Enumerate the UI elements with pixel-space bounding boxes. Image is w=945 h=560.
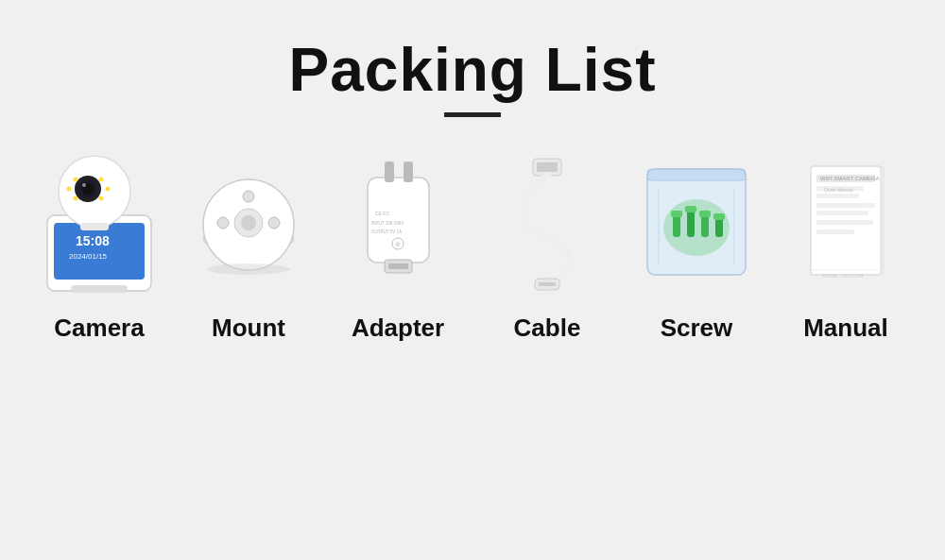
svg-rect-36 bbox=[537, 162, 558, 172]
mount-svg bbox=[199, 168, 299, 277]
title-underline bbox=[444, 112, 501, 117]
svg-rect-57 bbox=[816, 220, 873, 225]
svg-point-15 bbox=[99, 196, 104, 201]
svg-rect-48 bbox=[713, 213, 725, 220]
svg-text:OUTPUT 5V 1A: OUTPUT 5V 1A bbox=[371, 229, 402, 234]
svg-text:2024/01/15: 2024/01/15 bbox=[69, 252, 108, 261]
item-screw: Screw bbox=[627, 147, 766, 343]
svg-rect-56 bbox=[816, 211, 868, 215]
cable-image bbox=[486, 147, 609, 298]
svg-rect-47 bbox=[699, 211, 711, 217]
svg-point-11 bbox=[67, 187, 72, 192]
svg-rect-55 bbox=[816, 203, 875, 208]
svg-text:WIFI SMART CAMERA: WIFI SMART CAMERA bbox=[820, 176, 879, 181]
adapter-svg: CE FC INPUT 100-240V OUTPUT 5V 1A ⊕ bbox=[358, 154, 438, 291]
svg-rect-46 bbox=[685, 206, 696, 212]
svg-text:MODEL: ZXC-CAM: MODEL: ZXC-CAM bbox=[822, 273, 863, 279]
svg-rect-27 bbox=[404, 161, 413, 182]
svg-rect-42 bbox=[687, 209, 695, 237]
camera-svg: 15:08 2024/01/15 bbox=[43, 149, 156, 296]
manual-image: WIFI SMART CAMERA Quick Manual MODEL: ZX… bbox=[784, 147, 907, 298]
item-mount: Mount bbox=[179, 147, 318, 343]
svg-rect-58 bbox=[816, 229, 854, 234]
svg-point-22 bbox=[268, 217, 280, 229]
screw-label: Screw bbox=[661, 314, 733, 343]
svg-rect-45 bbox=[671, 211, 682, 217]
adapter-label: Adapter bbox=[352, 314, 444, 343]
svg-point-23 bbox=[243, 191, 254, 202]
svg-point-24 bbox=[207, 263, 290, 275]
manual-svg: WIFI SMART CAMERA Quick Manual MODEL: ZX… bbox=[803, 161, 888, 284]
svg-rect-1 bbox=[54, 223, 145, 280]
svg-point-13 bbox=[99, 178, 104, 182]
page-title: Packing List bbox=[289, 35, 657, 105]
svg-point-9 bbox=[82, 183, 86, 187]
manual-label: Manual bbox=[803, 314, 888, 343]
items-row: 15:08 2024/01/15 bbox=[19, 147, 926, 343]
svg-rect-16 bbox=[80, 223, 109, 230]
mount-image bbox=[187, 147, 310, 298]
svg-text:Quick Manual: Quick Manual bbox=[824, 187, 853, 193]
svg-rect-29 bbox=[388, 263, 408, 269]
svg-text:CE FC: CE FC bbox=[375, 211, 389, 216]
svg-rect-26 bbox=[385, 161, 394, 182]
svg-rect-39 bbox=[647, 169, 746, 180]
svg-rect-54 bbox=[816, 194, 859, 198]
screw-image bbox=[635, 147, 758, 298]
page-container: Packing List 15:08 2024/01/15 bbox=[19, 16, 926, 545]
item-camera: 15:08 2024/01/15 bbox=[29, 147, 169, 343]
svg-rect-63 bbox=[881, 166, 885, 275]
svg-point-20 bbox=[241, 215, 256, 230]
screw-svg bbox=[640, 161, 753, 284]
item-cable: Cable bbox=[477, 147, 617, 343]
svg-point-14 bbox=[106, 187, 111, 192]
svg-rect-25 bbox=[368, 178, 429, 263]
mount-label: Mount bbox=[212, 314, 285, 343]
camera-image: 15:08 2024/01/15 bbox=[38, 147, 161, 298]
svg-text:⊕: ⊕ bbox=[395, 241, 401, 247]
svg-point-10 bbox=[74, 178, 78, 182]
item-manual: WIFI SMART CAMERA Quick Manual MODEL: ZX… bbox=[776, 147, 916, 343]
item-adapter: CE FC INPUT 100-240V OUTPUT 5V 1A ⊕ Adap… bbox=[328, 147, 468, 343]
adapter-image: CE FC INPUT 100-240V OUTPUT 5V 1A ⊕ bbox=[336, 147, 459, 298]
svg-rect-4 bbox=[71, 285, 128, 293]
cable-label: Cable bbox=[514, 314, 581, 343]
svg-text:15:08: 15:08 bbox=[76, 233, 110, 248]
svg-point-21 bbox=[217, 217, 229, 229]
cable-svg bbox=[505, 154, 590, 291]
camera-label: Camera bbox=[54, 314, 144, 343]
svg-point-12 bbox=[74, 196, 78, 201]
svg-text:INPUT 100-240V: INPUT 100-240V bbox=[371, 221, 404, 226]
